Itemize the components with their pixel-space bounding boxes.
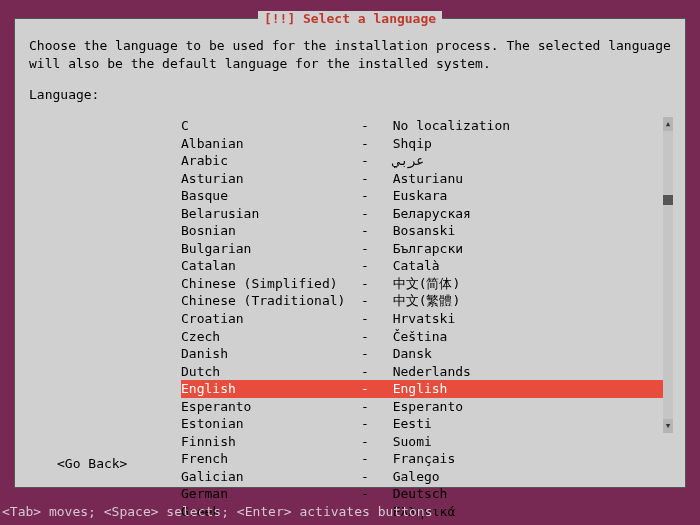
language-native: No localization <box>377 117 669 135</box>
language-native: Shqip <box>377 135 669 153</box>
separator: - <box>361 222 377 240</box>
language-option[interactable]: Bosnian- Bosanski <box>181 222 673 240</box>
language-native: Dansk <box>377 345 669 363</box>
separator: - <box>361 415 377 433</box>
language-name: Czech <box>181 328 361 346</box>
language-native: Suomi <box>377 433 669 451</box>
language-name: French <box>181 450 361 468</box>
language-native: Bosanski <box>377 222 669 240</box>
language-option[interactable]: Galician- Galego <box>181 468 673 486</box>
separator: - <box>361 485 377 503</box>
language-native: Euskara <box>377 187 669 205</box>
separator: - <box>361 187 377 205</box>
language-name: Arabic <box>181 152 361 170</box>
language-native: Asturianu <box>377 170 669 188</box>
separator: - <box>361 275 377 293</box>
language-name: Finnish <box>181 433 361 451</box>
language-option[interactable]: Catalan- Català <box>181 257 673 275</box>
separator: - <box>361 205 377 223</box>
language-name: Bulgarian <box>181 240 361 258</box>
language-option[interactable]: Danish- Dansk <box>181 345 673 363</box>
language-option[interactable]: Croatian- Hrvatski <box>181 310 673 328</box>
language-name: Danish <box>181 345 361 363</box>
go-back-button[interactable]: <Go Back> <box>57 455 127 473</box>
scroll-up-arrow[interactable]: ▴ <box>663 117 673 131</box>
language-native: Hrvatski <box>377 310 669 328</box>
language-option[interactable]: Esperanto- Esperanto <box>181 398 673 416</box>
separator: - <box>361 345 377 363</box>
separator: - <box>361 380 377 398</box>
language-native: Беларуская <box>377 205 669 223</box>
separator: - <box>361 257 377 275</box>
language-option[interactable]: Basque- Euskara <box>181 187 673 205</box>
language-option[interactable]: Czech- Čeština <box>181 328 673 346</box>
separator: - <box>361 310 377 328</box>
language-native: Esperanto <box>377 398 669 416</box>
separator: - <box>361 170 377 188</box>
separator: - <box>361 363 377 381</box>
footer-hint: <Tab> moves; <Space> selects; <Enter> ac… <box>2 503 432 521</box>
language-option[interactable]: Chinese (Simplified)- 中文(简体) <box>181 275 673 293</box>
separator: - <box>361 468 377 486</box>
language-native: Français <box>377 450 669 468</box>
scroll-down-arrow[interactable]: ▾ <box>663 419 673 433</box>
language-native: Nederlands <box>377 363 669 381</box>
language-option[interactable]: German- Deutsch <box>181 485 673 503</box>
language-native: 中文(简体) <box>377 275 669 293</box>
scroll-track[interactable] <box>663 131 673 419</box>
language-name: C <box>181 117 361 135</box>
language-name: Estonian <box>181 415 361 433</box>
language-option[interactable]: Finnish- Suomi <box>181 433 673 451</box>
separator: - <box>361 328 377 346</box>
language-name: Bosnian <box>181 222 361 240</box>
language-dialog: [!!] Select a language Choose the langua… <box>14 18 686 488</box>
language-native: Català <box>377 257 669 275</box>
language-option[interactable]: Dutch- Nederlands <box>181 363 673 381</box>
language-native: Galego <box>377 468 669 486</box>
language-name: English <box>181 380 361 398</box>
separator: - <box>361 433 377 451</box>
language-native: Български <box>377 240 669 258</box>
language-option[interactable]: Estonian- Eesti <box>181 415 673 433</box>
language-name: Asturian <box>181 170 361 188</box>
language-name: Esperanto <box>181 398 361 416</box>
separator: - <box>361 450 377 468</box>
separator: - <box>361 117 377 135</box>
language-option[interactable]: Asturian- Asturianu <box>181 170 673 188</box>
language-native: Deutsch <box>377 485 669 503</box>
language-field-label: Language: <box>15 72 685 112</box>
language-native: English <box>377 380 669 398</box>
language-name: Belarusian <box>181 205 361 223</box>
language-name: Dutch <box>181 363 361 381</box>
separator: - <box>361 135 377 153</box>
language-name: Chinese (Simplified) <box>181 275 361 293</box>
separator: - <box>361 240 377 258</box>
dialog-title: [!!] Select a language <box>258 11 442 26</box>
language-native: عربي <box>377 152 669 170</box>
language-option[interactable]: Bulgarian- Български <box>181 240 673 258</box>
language-option[interactable]: Arabic- عربي <box>181 152 673 170</box>
language-name: Galician <box>181 468 361 486</box>
language-option[interactable]: English- English <box>181 380 673 398</box>
separator: - <box>361 398 377 416</box>
language-name: German <box>181 485 361 503</box>
language-option[interactable]: Belarusian- Беларуская <box>181 205 673 223</box>
dialog-title-wrap: [!!] Select a language <box>15 10 685 28</box>
language-option[interactable]: French- Français <box>181 450 673 468</box>
language-option[interactable]: C- No localization <box>181 117 673 135</box>
language-name: Albanian <box>181 135 361 153</box>
language-native: Čeština <box>377 328 669 346</box>
language-option[interactable]: Chinese (Traditional)- 中文(繁體) <box>181 292 673 310</box>
language-name: Catalan <box>181 257 361 275</box>
language-name: Basque <box>181 187 361 205</box>
language-option[interactable]: Albanian- Shqip <box>181 135 673 153</box>
language-list[interactable]: ▴ ▾ C- No localizationAlbanian- ShqipAra… <box>181 117 673 433</box>
language-name: Croatian <box>181 310 361 328</box>
separator: - <box>361 152 377 170</box>
scroll-thumb[interactable] <box>663 195 673 205</box>
language-native: Eesti <box>377 415 669 433</box>
language-native: 中文(繁體) <box>377 292 669 310</box>
separator: - <box>361 292 377 310</box>
language-name: Chinese (Traditional) <box>181 292 361 310</box>
